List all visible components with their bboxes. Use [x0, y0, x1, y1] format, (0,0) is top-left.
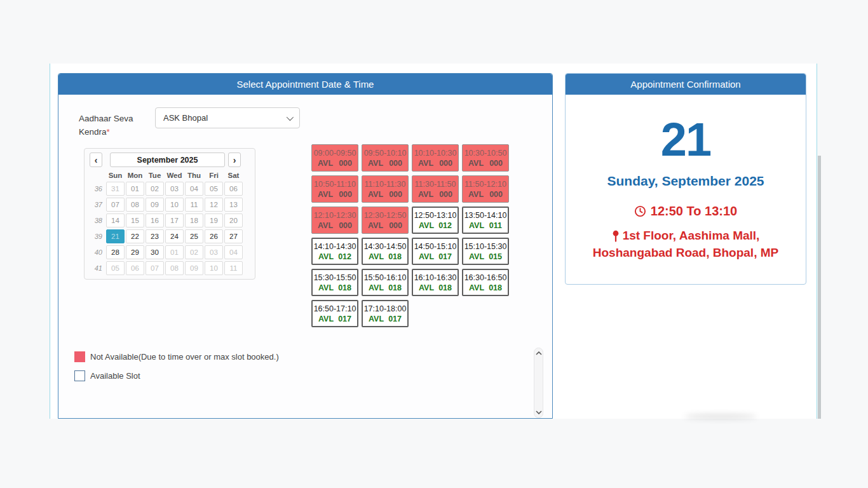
time-slot[interactable]: 14:10-14:30AVL012 — [311, 238, 358, 265]
calendar-day[interactable]: 01 — [126, 182, 144, 196]
calendar-day-header: Tue — [146, 172, 164, 179]
calendar-day[interactable]: 20 — [224, 214, 243, 227]
scroll-down-icon[interactable] — [536, 410, 542, 414]
calendar-week-number: 36 — [90, 182, 105, 196]
calendar-day-header: Sun — [106, 172, 125, 179]
time-slot[interactable]: 12:30-12:50AVL000 — [362, 207, 409, 234]
slot-availability: AVL012 — [313, 252, 357, 261]
slot-availability: AVL000 — [312, 190, 358, 199]
calendar-next-button[interactable]: › — [228, 152, 241, 167]
calendar-week-number: 39 — [90, 229, 105, 243]
slot-avl-label: AVL — [318, 221, 333, 230]
calendar-day[interactable]: 23 — [146, 229, 164, 243]
calendar-day[interactable]: 30 — [146, 245, 164, 259]
calendar-day[interactable]: 26 — [205, 229, 223, 243]
kendra-label-line2: Kendra — [79, 127, 107, 137]
calendar-day[interactable]: 03 — [165, 182, 184, 196]
time-slot[interactable]: 14:50-15:10AVL017 — [412, 238, 459, 265]
time-slot[interactable]: 11:30-11:50AVL000 — [412, 175, 459, 203]
slot-avl-count: 000 — [439, 190, 452, 199]
calendar-day[interactable]: 10 — [165, 198, 184, 212]
time-slot[interactable]: 15:10-15:30AVL015 — [462, 238, 509, 265]
time-slot[interactable]: 11:50-12:10AVL000 — [462, 175, 509, 203]
confirmation-panel-header: Appointment Confirmation — [566, 74, 806, 95]
slot-avl-label: AVL — [469, 221, 484, 230]
calendar-day: 11 — [224, 261, 243, 275]
time-slot[interactable]: 15:30-15:50AVL018 — [311, 269, 358, 296]
slot-avl-label: AVL — [419, 252, 434, 261]
calendar-day[interactable]: 11 — [185, 198, 203, 212]
calendar-day[interactable]: 29 — [126, 245, 144, 259]
selected-day-number: 21 — [566, 118, 806, 162]
slot-time-text: 14:50-15:10 — [413, 242, 458, 251]
time-slot[interactable]: 10:50-11:10AVL000 — [311, 175, 358, 203]
selection-panel-header: Select Appointment Date & Time — [58, 74, 552, 95]
slot-avl-count: 011 — [489, 221, 502, 230]
slot-avl-label: AVL — [419, 221, 434, 230]
time-slot[interactable]: 16:50-17:10AVL017 — [311, 300, 358, 327]
panel-scrollbar[interactable] — [534, 348, 543, 418]
clock-icon — [634, 205, 646, 217]
slot-avl-label: AVL — [418, 190, 433, 199]
time-slot[interactable]: 17:10-18:00AVL017 — [362, 300, 409, 327]
calendar-day[interactable]: 14 — [106, 214, 125, 227]
time-slot[interactable]: 14:30-14:50AVL018 — [362, 238, 409, 265]
time-slot[interactable]: 12:50-13:10AVL012 — [412, 207, 459, 234]
appointment-selection-panel: Select Appointment Date & Time Aadhaar S… — [58, 73, 553, 419]
slot-availability: AVL011 — [463, 221, 508, 230]
page-scrollbar-thumb[interactable] — [818, 156, 821, 419]
calendar-day[interactable]: 02 — [146, 182, 164, 196]
calendar-day[interactable]: 15 — [126, 214, 144, 227]
slot-avl-count: 000 — [439, 159, 452, 168]
time-slot[interactable]: 13:50-14:10AVL011 — [462, 207, 509, 234]
calendar-day[interactable]: 13 — [224, 198, 243, 212]
calendar-day[interactable]: 09 — [146, 198, 164, 212]
calendar-month-title: September 2025 — [110, 152, 225, 167]
calendar-day-header: Wed — [165, 172, 184, 179]
time-slot[interactable]: 16:10-16:30AVL018 — [412, 269, 459, 296]
chevron-down-icon — [287, 113, 294, 120]
calendar-day[interactable]: 24 — [165, 229, 184, 243]
calendar-day[interactable]: 28 — [106, 245, 125, 259]
calendar-day[interactable]: 27 — [224, 229, 243, 243]
available-label: Available Slot — [90, 371, 140, 381]
time-slot[interactable]: 10:10-10:30AVL000 — [412, 144, 459, 172]
calendar-day[interactable]: 05 — [205, 182, 223, 196]
scroll-up-icon[interactable] — [536, 351, 542, 355]
time-slot[interactable]: 15:50-16:10AVL018 — [362, 269, 409, 296]
time-slot[interactable]: 10:30-10:50AVL000 — [462, 144, 509, 172]
time-slot[interactable]: 12:10-12:30AVL000 — [311, 207, 358, 234]
calendar-day[interactable]: 19 — [205, 214, 223, 227]
kendra-select-value: ASK Bhopal — [163, 113, 208, 123]
kendra-select[interactable]: ASK Bhopal — [155, 107, 300, 128]
slot-availability: AVL017 — [313, 315, 357, 323]
calendar-day[interactable]: 08 — [126, 198, 144, 212]
slot-time-text: 14:30-14:50 — [363, 242, 407, 251]
calendar-day[interactable]: 16 — [146, 214, 164, 227]
time-slot[interactable]: 11:10-11:30AVL000 — [362, 175, 409, 203]
slot-avl-label: AVL — [318, 190, 333, 199]
calendar-day[interactable]: 07 — [106, 198, 125, 212]
calendar-day[interactable]: 12 — [205, 198, 223, 212]
slot-avl-count: 018 — [388, 283, 402, 292]
calendar-day[interactable]: 17 — [165, 214, 184, 227]
calendar-day[interactable]: 21 — [106, 229, 125, 243]
slot-avl-label: AVL — [368, 221, 383, 230]
time-slot[interactable]: 16:30-16:50AVL018 — [462, 269, 509, 296]
calendar-day: 04 — [224, 245, 243, 259]
calendar-grid: 3631010203040506370708091011121338141516… — [90, 182, 250, 275]
calendar-day[interactable]: 06 — [224, 182, 243, 196]
calendar-day[interactable]: 04 — [185, 182, 203, 196]
slot-avl-label: AVL — [369, 283, 384, 292]
calendar-prev-button[interactable]: ‹ — [90, 152, 102, 167]
time-slot-grid: 09:00-09:50AVL00009:50-10:10AVL00010:10-… — [311, 144, 513, 327]
slot-time-text: 09:50-10:10 — [362, 149, 408, 158]
calendar-day[interactable]: 25 — [185, 229, 203, 243]
calendar-day[interactable]: 22 — [126, 229, 144, 243]
calendar-day[interactable]: 18 — [185, 214, 203, 227]
slot-availability: AVL018 — [413, 283, 458, 292]
time-slot[interactable]: 09:00-09:50AVL000 — [311, 144, 358, 172]
time-slot[interactable]: 09:50-10:10AVL000 — [362, 144, 409, 172]
appointment-confirmation-panel: Appointment Confirmation 21 Sunday, Sept… — [565, 73, 806, 285]
slot-availability: AVL000 — [362, 190, 408, 199]
